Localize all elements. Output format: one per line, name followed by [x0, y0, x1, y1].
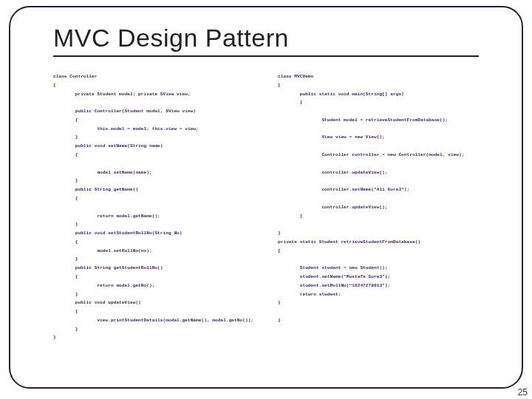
- code-column-left: class Controller { private Student model…: [53, 72, 272, 369]
- page-number: 25: [518, 387, 528, 398]
- code-column-right: class MVCDemo { public static void main(…: [278, 72, 497, 369]
- slide-frame: MVC Design Pattern class Controller { pr…: [9, 6, 523, 389]
- title-underline: [53, 55, 479, 57]
- slide-title: MVC Design Pattern: [53, 24, 479, 54]
- title-block: MVC Design Pattern: [53, 24, 479, 57]
- code-content: class Controller { private Student model…: [53, 72, 497, 369]
